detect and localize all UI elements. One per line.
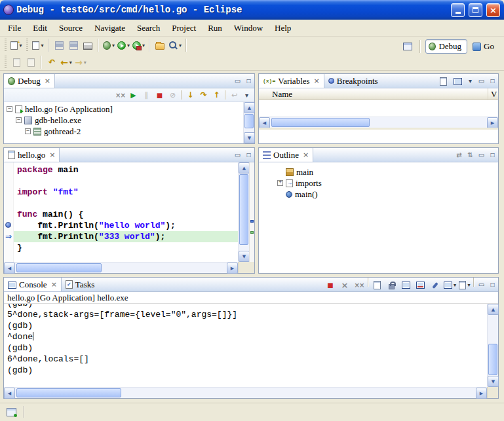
- outline-tab[interactable]: Outline ×: [259, 148, 313, 162]
- scroll-left-icon[interactable]: ◀: [259, 117, 270, 128]
- code-line[interactable]: fmt.Println("hello world");: [14, 220, 238, 231]
- scroll-right-icon[interactable]: ▶: [227, 263, 238, 274]
- menu-item-run[interactable]: Run: [202, 21, 228, 35]
- scrollbar-thumb[interactable]: [244, 114, 254, 128]
- last-edit-location-button[interactable]: ↶: [45, 55, 59, 69]
- step-into-button[interactable]: ↓: [184, 89, 197, 101]
- code-line[interactable]: fmt.Println("333 world");: [14, 231, 238, 242]
- outline-item[interactable]: +main(): [275, 189, 498, 200]
- code-line[interactable]: [14, 175, 238, 187]
- window-close-button[interactable]: ×: [486, 3, 500, 17]
- next-annotation-button[interactable]: [9, 55, 24, 69]
- toolbar-drag-handle[interactable]: [5, 39, 7, 52]
- console-minimize-button[interactable]: ▭: [476, 278, 487, 291]
- debug-vertical-scrollbar[interactable]: ▲ ▼: [243, 102, 254, 143]
- console-vertical-scrollbar[interactable]: ▲ ▼: [487, 304, 498, 387]
- toolbar-drag-handle[interactable]: [26, 39, 28, 52]
- menu-item-source[interactable]: Source: [53, 21, 88, 35]
- scrollbar-thumb[interactable]: [239, 174, 248, 245]
- display-console-button[interactable]: ▾: [442, 278, 457, 292]
- scrollbar-thumb[interactable]: [488, 344, 497, 375]
- editor-maximize-button[interactable]: □: [243, 148, 254, 162]
- menu-item-edit[interactable]: Edit: [27, 21, 53, 35]
- tasks-tab[interactable]: ✓ Tasks: [62, 278, 98, 291]
- scrollbar-thumb[interactable]: [271, 118, 370, 127]
- console-horizontal-scrollbar[interactable]: ◀ ▶: [4, 387, 487, 398]
- scrollbar-track[interactable]: [15, 388, 476, 398]
- new-wizard-button[interactable]: +▾: [9, 38, 24, 52]
- forward-button[interactable]: →▾: [73, 55, 88, 69]
- debug-view-menu-button[interactable]: ▾: [241, 92, 252, 99]
- open-console-button[interactable]: ▾: [457, 278, 472, 292]
- print-button[interactable]: [81, 38, 95, 52]
- variables-column-header[interactable]: Name V: [259, 88, 498, 100]
- save-button[interactable]: [52, 38, 66, 52]
- search-button[interactable]: ▾: [167, 38, 183, 52]
- external-tools-button[interactable]: ▾: [131, 38, 146, 52]
- tree-expander-icon[interactable]: +: [277, 180, 283, 186]
- scroll-left-icon[interactable]: ◀: [4, 263, 15, 274]
- show-stdout-button[interactable]: [399, 278, 414, 292]
- variables-tab[interactable]: (x)= Variables ×: [259, 74, 324, 88]
- scroll-down-icon[interactable]: ▼: [488, 376, 499, 387]
- scrollbar-thumb[interactable]: [16, 388, 121, 397]
- step-return-button[interactable]: ↑: [210, 89, 223, 101]
- debug-tab[interactable]: Debug ×: [4, 74, 55, 88]
- scroll-up-icon[interactable]: ▲: [239, 162, 250, 174]
- window-titlebar[interactable]: Debug - testGo/src/cmd/hello.go - Eclips…: [0, 0, 504, 20]
- console-output[interactable]: (gdb)5^done,stack-args=[frame={level="0"…: [4, 304, 487, 387]
- link-with-editor-button[interactable]: ⇄: [454, 148, 465, 162]
- variables-view-minimize-button[interactable]: ▭: [476, 74, 487, 88]
- close-tab-icon[interactable]: ×: [49, 151, 55, 158]
- sort-button[interactable]: ⇅: [465, 148, 476, 162]
- tree-expander-icon[interactable]: −: [7, 106, 12, 112]
- debug-tree-row[interactable]: −gothread-2: [4, 126, 243, 137]
- code-line[interactable]: package main: [14, 164, 238, 175]
- disconnect-button[interactable]: ⊘: [166, 89, 179, 101]
- scrollbar-track[interactable]: [244, 113, 254, 132]
- show-type-names-button[interactable]: [436, 74, 450, 88]
- code-line[interactable]: }: [14, 242, 238, 253]
- close-tab-icon[interactable]: ×: [51, 281, 57, 288]
- scroll-lock-button[interactable]: [385, 278, 399, 292]
- scrollbar-track[interactable]: [15, 263, 227, 273]
- perspective-go-button[interactable]: Go: [469, 39, 500, 54]
- code-line[interactable]: import "fmt": [14, 187, 238, 198]
- scroll-right-icon[interactable]: ▶: [476, 388, 487, 399]
- previous-annotation-button[interactable]: [24, 55, 38, 69]
- code-editor[interactable]: package main import "fmt" func main() { …: [14, 162, 238, 262]
- scrollbar-track[interactable]: [239, 174, 249, 251]
- window-minimize-button[interactable]: [451, 3, 465, 17]
- scroll-left-icon[interactable]: ◀: [4, 388, 15, 399]
- drop-to-frame-button[interactable]: ↩: [228, 89, 241, 101]
- window-maximize-button[interactable]: [469, 3, 482, 17]
- overview-breakpoint-mark[interactable]: [250, 220, 254, 223]
- code-line[interactable]: [14, 198, 238, 209]
- menu-item-help[interactable]: Help: [269, 21, 297, 35]
- variables-detail-pane[interactable]: [259, 130, 498, 143]
- breakpoint-icon[interactable]: [5, 222, 11, 228]
- tree-expander-icon[interactable]: −: [16, 117, 22, 123]
- breakpoints-tab[interactable]: Breakpoints: [324, 74, 382, 88]
- run-dropdown-button[interactable]: ▾: [116, 38, 131, 52]
- toolbar-drag-handle[interactable]: [5, 56, 7, 69]
- menu-item-navigate[interactable]: Navigate: [88, 21, 131, 35]
- remove-launch-button[interactable]: ×: [338, 278, 352, 292]
- fast-view-button[interactable]: [4, 405, 18, 419]
- outline-item[interactable]: +imports: [275, 177, 498, 189]
- scroll-right-icon[interactable]: ▶: [487, 117, 498, 128]
- editor-vertical-scrollbar[interactable]: ▲ ▼: [238, 162, 249, 262]
- outline-view-minimize-button[interactable]: ▭: [476, 148, 487, 162]
- back-button[interactable]: ←▾: [59, 55, 73, 69]
- perspective-debug-button[interactable]: Debug: [425, 39, 467, 54]
- scroll-up-icon[interactable]: ▲: [244, 102, 255, 113]
- scrollbar-track[interactable]: [488, 315, 498, 376]
- menu-item-file[interactable]: File: [2, 21, 27, 35]
- resume-button[interactable]: ▶: [127, 89, 140, 101]
- variables-view-maximize-button[interactable]: □: [487, 74, 498, 88]
- pin-console-button[interactable]: [428, 278, 442, 292]
- menu-item-window[interactable]: Window: [228, 21, 269, 35]
- menu-item-search[interactable]: Search: [131, 21, 166, 35]
- scroll-up-icon[interactable]: ▲: [488, 304, 499, 315]
- console-tab[interactable]: Console ×: [4, 278, 62, 291]
